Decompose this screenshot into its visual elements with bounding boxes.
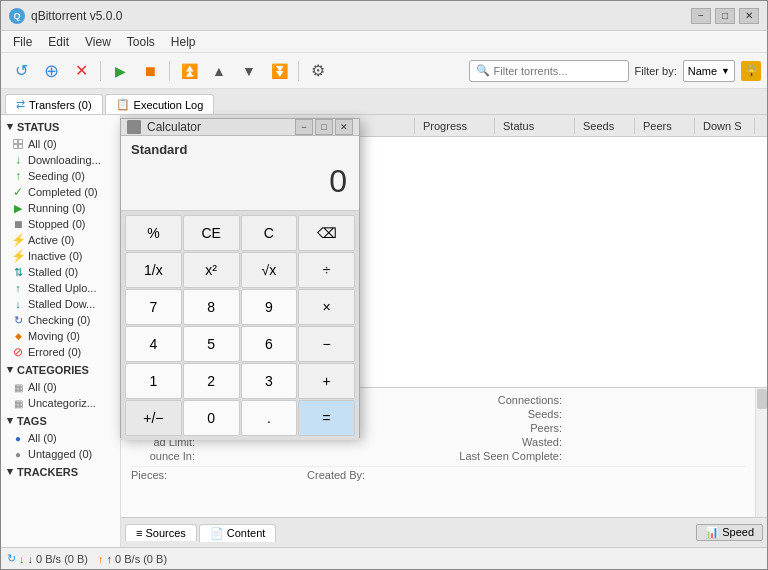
sidebar-item-moving[interactable]: ◆ Moving (0) xyxy=(1,328,120,344)
filter-dropdown[interactable]: Name ▼ xyxy=(683,60,735,82)
calc-btn-add[interactable]: + xyxy=(298,363,355,399)
running-icon: ▶ xyxy=(13,203,23,213)
sidebar-item-inactive[interactable]: ⚡ Inactive (0) xyxy=(1,248,120,264)
sidebar-item-stalled-download[interactable]: ↓ Stalled Dow... xyxy=(1,296,120,312)
th-seeds: Seeds xyxy=(575,118,635,134)
move-down-button[interactable]: ▼ xyxy=(235,58,263,84)
sidebar-item-stalled[interactable]: ⇅ Stalled (0) xyxy=(1,264,120,280)
move-bottom-button[interactable]: ⏬ xyxy=(265,58,293,84)
sidebar-item-untagged[interactable]: ● Untagged (0) xyxy=(1,446,120,462)
calc-btn-1[interactable]: 1 xyxy=(125,363,182,399)
calc-btn-percent[interactable]: % xyxy=(125,215,182,251)
calc-btn-backspace[interactable]: ⌫ xyxy=(298,215,355,251)
settings-button[interactable]: ⚙ xyxy=(304,58,332,84)
calc-btn-4[interactable]: 4 xyxy=(125,326,182,362)
log-icon: 📋 xyxy=(116,98,130,111)
sidebar-item-active[interactable]: ⚡ Active (0) xyxy=(1,232,120,248)
minimize-button[interactable]: − xyxy=(691,8,711,24)
calc-title: Calculator xyxy=(147,120,295,134)
tag-all-icon: ● xyxy=(13,433,23,443)
calc-btn-9[interactable]: 9 xyxy=(241,289,298,325)
upload-icon: ↑ xyxy=(98,553,104,565)
menu-file[interactable]: File xyxy=(5,33,40,51)
sidebar-item-completed[interactable]: ✓ Completed (0) xyxy=(1,184,120,200)
sidebar-item-running[interactable]: ▶ Running (0) xyxy=(1,200,120,216)
calc-btn-subtract[interactable]: − xyxy=(298,326,355,362)
menu-view[interactable]: View xyxy=(77,33,119,51)
calc-btn-ce[interactable]: CE xyxy=(183,215,240,251)
sidebar-item-tag-all[interactable]: ● All (0) xyxy=(1,430,120,446)
menu-help[interactable]: Help xyxy=(163,33,204,51)
content-area: ▾STATUS All (0) ↓ Downloading... ↑ Seedi… xyxy=(1,115,767,547)
tab-transfers[interactable]: ⇄ Transfers (0) xyxy=(5,94,103,114)
calc-btn-2[interactable]: 2 xyxy=(183,363,240,399)
search-input[interactable] xyxy=(494,65,624,77)
downloading-label: Downloading... xyxy=(28,154,101,166)
close-button[interactable]: ✕ xyxy=(739,8,759,24)
scrollbar[interactable] xyxy=(755,388,767,517)
sidebar-item-seeding[interactable]: ↑ Seeding (0) xyxy=(1,168,120,184)
th-status: Status xyxy=(495,118,575,134)
calc-btn-0[interactable]: 0 xyxy=(183,400,240,436)
sidebar-item-all[interactable]: All (0) xyxy=(1,136,120,152)
section-tags[interactable]: ▾TAGS xyxy=(1,411,120,430)
reannounce-label: ounce In: xyxy=(131,450,201,462)
pause-button[interactable]: ⏹ xyxy=(136,58,164,84)
add-torrent-button[interactable]: ⊕ xyxy=(37,58,65,84)
calc-btn-plusminus[interactable]: +/− xyxy=(125,400,182,436)
menu-tools[interactable]: Tools xyxy=(119,33,163,51)
restore-button[interactable]: □ xyxy=(715,8,735,24)
section-trackers[interactable]: ▾TRACKERS xyxy=(1,462,120,481)
moving-label: Moving (0) xyxy=(28,330,80,342)
detail-tab-content[interactable]: 📄 Content xyxy=(199,524,277,542)
tab-execution-log[interactable]: 📋 Execution Log xyxy=(105,94,215,114)
calc-mode: Standard xyxy=(121,136,359,159)
calc-minimize-button[interactable]: − xyxy=(295,119,313,135)
sidebar-item-stalled-upload[interactable]: ↑ Stalled Uplo... xyxy=(1,280,120,296)
sidebar-item-errored[interactable]: ⊘ Errored (0) xyxy=(1,344,120,360)
detail-tab-sources[interactable]: ≡ Sources xyxy=(125,524,197,541)
resume-button[interactable]: ▶ xyxy=(106,58,134,84)
sidebar-item-downloading[interactable]: ↓ Downloading... xyxy=(1,152,120,168)
sidebar-item-uncategorized[interactable]: ▦ Uncategoriz... xyxy=(1,395,120,411)
lock-icon[interactable]: 🔒 xyxy=(741,61,761,81)
connections-label: Connections: xyxy=(448,394,568,406)
back-button[interactable]: ↺ xyxy=(7,58,35,84)
section-categories[interactable]: ▾CATEGORIES xyxy=(1,360,120,379)
calc-btn-7[interactable]: 7 xyxy=(125,289,182,325)
inactive-label: Inactive (0) xyxy=(28,250,82,262)
all-label: All (0) xyxy=(28,138,57,150)
calc-btn-5[interactable]: 5 xyxy=(183,326,240,362)
calc-btn-decimal[interactable]: . xyxy=(241,400,298,436)
calc-btn-multiply[interactable]: × xyxy=(298,289,355,325)
calc-btn-3[interactable]: 3 xyxy=(241,363,298,399)
th-peers: Peers xyxy=(635,118,695,134)
move-up-button[interactable]: ▲ xyxy=(205,58,233,84)
separator-1 xyxy=(100,61,101,81)
wasted-label: Wasted: xyxy=(448,436,568,448)
calc-btn-reciprocal[interactable]: 1/x xyxy=(125,252,182,288)
calc-btn-square[interactable]: x² xyxy=(183,252,240,288)
downloading-icon: ↓ xyxy=(13,155,23,165)
calc-btn-sqrt[interactable]: √x xyxy=(241,252,298,288)
calc-btn-divide[interactable]: ÷ xyxy=(298,252,355,288)
sidebar-item-stopped[interactable]: ⏹ Stopped (0) xyxy=(1,216,120,232)
calc-btn-6[interactable]: 6 xyxy=(241,326,298,362)
all-icon xyxy=(13,139,23,149)
move-top-button[interactable]: ⏫ xyxy=(175,58,203,84)
th-down-speed: Down S xyxy=(695,118,755,134)
speed-button[interactable]: 📊 Speed xyxy=(696,524,763,541)
calc-btn-8[interactable]: 8 xyxy=(183,289,240,325)
calc-close-button[interactable]: ✕ xyxy=(335,119,353,135)
calc-restore-button[interactable]: □ xyxy=(315,119,333,135)
search-box[interactable]: 🔍 xyxy=(469,60,629,82)
stopped-icon: ⏹ xyxy=(13,219,23,229)
calc-btn-c[interactable]: C xyxy=(241,215,298,251)
menu-edit[interactable]: Edit xyxy=(40,33,77,51)
stalled-icon: ⇅ xyxy=(13,267,23,277)
delete-button[interactable]: ✕ xyxy=(67,58,95,84)
calc-btn-equals[interactable]: = xyxy=(298,400,355,436)
sidebar-item-checking[interactable]: ↻ Checking (0) xyxy=(1,312,120,328)
section-status[interactable]: ▾STATUS xyxy=(1,117,120,136)
sidebar-item-cat-all[interactable]: ▦ All (0) xyxy=(1,379,120,395)
